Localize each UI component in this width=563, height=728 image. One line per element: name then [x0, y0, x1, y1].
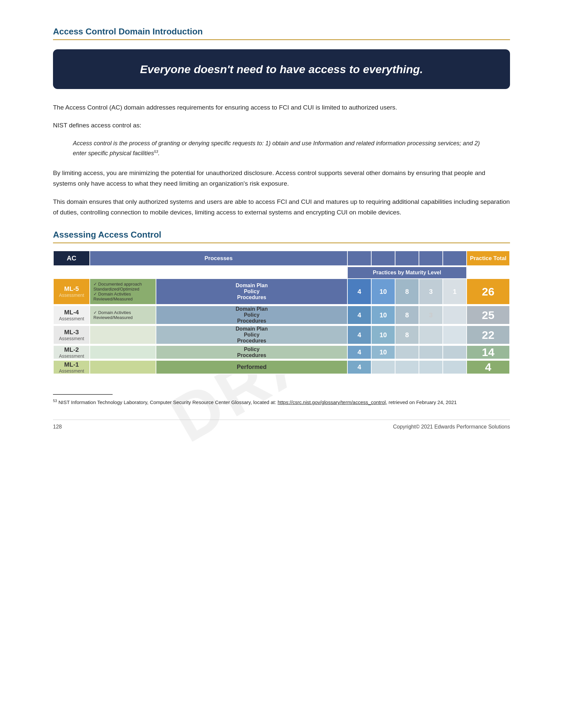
- ml4-label-cell: ML-4 Assessment: [53, 306, 90, 324]
- ml4-num4: 3: [419, 306, 443, 324]
- footnote-divider: [53, 394, 113, 395]
- ml3-sublabel: Assessment: [54, 336, 89, 341]
- ml1-num5: [443, 360, 467, 374]
- intro-para3: By limiting access, you are minimizing t…: [53, 168, 510, 189]
- ml5-check2: ✓ Domain Activities Reviewed/Measured: [93, 292, 152, 301]
- ml4-num5: [443, 306, 467, 324]
- th-num5: [443, 251, 467, 266]
- assessing-heading: Assessing Access Control: [53, 230, 510, 243]
- ml4-dppp: Domain PlanPolicyProcedures: [156, 306, 348, 324]
- block-quote: Access control is the process of grantin…: [73, 138, 490, 159]
- ml5-process: ✓ Documented approach Standardized/Optim…: [90, 279, 156, 304]
- ml3-process: [90, 326, 156, 344]
- footnote-num: 53: [53, 399, 57, 403]
- table-row-ml2: ML-2 Assessment PolicyProcedures 4 10 14: [53, 345, 510, 359]
- ml5-label-cell: ML-5 Assessment: [53, 279, 90, 304]
- ml3-num4: [419, 326, 443, 344]
- ml1-process-empty: [90, 360, 156, 374]
- ml5-num4: 3: [419, 279, 443, 304]
- ml3-label-cell: ML-3 Assessment: [53, 326, 90, 344]
- th-num3: [395, 251, 419, 266]
- practices-subheader-row: Practices by Maturity Level: [53, 267, 510, 279]
- ml3-num2: 10: [371, 326, 395, 344]
- footnote-link[interactable]: https://csrc.nist.gov/glossary/term/acce…: [277, 399, 386, 405]
- ml2-dppp: PolicyProcedures: [156, 345, 348, 359]
- ml2-process-empty: [90, 345, 156, 359]
- intro-para4: This domain ensures that only authorized…: [53, 197, 510, 218]
- table-row-ml1: ML-1 Assessment Performed 4 4: [53, 360, 510, 374]
- hero-text: Everyone doesn't need to have access to …: [73, 62, 490, 76]
- th-num4: [419, 251, 443, 266]
- table-row-ml5: ML-5 Assessment ✓ Documented approach St…: [53, 279, 510, 304]
- ml3-label: ML-3: [54, 329, 89, 336]
- ml2-num4: [419, 345, 443, 359]
- ml5-label: ML-5: [54, 285, 89, 293]
- ml1-num2: [371, 360, 395, 374]
- ml1-label-cell: ML-1 Assessment: [53, 360, 90, 374]
- ml4-sublabel: Assessment: [54, 316, 89, 321]
- ml2-num3: [395, 345, 419, 359]
- th-num2: [371, 251, 395, 266]
- th-num1: [348, 251, 371, 266]
- th-practices: Practices by Maturity Level: [348, 267, 467, 279]
- ml2-label-cell: ML-2 Assessment: [53, 345, 90, 359]
- th-processes: Processes: [90, 251, 348, 266]
- page-title: Access Control Domain Introduction: [53, 26, 510, 40]
- footnote-body: NIST Information Technology Laboratory, …: [58, 399, 457, 405]
- ml2-num5: [443, 345, 467, 359]
- ml3-num5: [443, 326, 467, 344]
- ml4-total: 25: [467, 306, 510, 324]
- th-total: Practice Total: [467, 251, 510, 266]
- ml1-num1: 4: [348, 360, 371, 374]
- footnote-text: 53 NIST Information Technology Laborator…: [53, 398, 510, 406]
- ml1-sublabel: Assessment: [54, 368, 89, 374]
- footnote-ref-53: 53: [154, 150, 158, 154]
- ml2-label: ML-2: [54, 346, 89, 353]
- ml1-num4: [419, 360, 443, 374]
- ml4-num2: 10: [371, 306, 395, 324]
- ac-table: AC Processes Practice Total Practices by…: [53, 250, 510, 374]
- ml3-num1: 4: [348, 326, 371, 344]
- ml4-num3: 8: [395, 306, 419, 324]
- page-number: 128: [53, 424, 62, 430]
- ml5-num1: 4: [348, 279, 371, 304]
- table-row-ml4: ML-4 Assessment ✓ Domain Activities Revi…: [53, 306, 510, 324]
- ml3-dppp: Domain PlanPolicyProcedures: [156, 326, 348, 344]
- ml3-num3: 8: [395, 326, 419, 344]
- ml1-performed: Performed: [156, 360, 348, 374]
- ml2-num2: 10: [371, 345, 395, 359]
- table-row-ml3: ML-3 Assessment Domain PlanPolicyProcedu…: [53, 326, 510, 344]
- ml1-total: 4: [467, 360, 510, 374]
- ml2-num1: 4: [348, 345, 371, 359]
- ml5-num3: 8: [395, 279, 419, 304]
- copyright: Copyright© 2021 Edwards Performance Solu…: [393, 424, 510, 430]
- ml5-check1: ✓ Documented approach Standardized/Optim…: [93, 282, 152, 292]
- intro-para1: The Access Control (AC) domain addresses…: [53, 102, 510, 113]
- ml4-check1: ✓ Domain Activities Reviewed/Measured: [93, 310, 152, 320]
- ml2-sublabel: Assessment: [54, 353, 89, 359]
- ml5-sublabel: Assessment: [54, 293, 89, 298]
- ml1-label: ML-1: [54, 361, 89, 368]
- hero-banner: Everyone doesn't need to have access to …: [53, 49, 510, 89]
- ml5-dppp: Domain PlanPolicyProcedures: [156, 279, 348, 304]
- ml4-process: ✓ Domain Activities Reviewed/Measured: [90, 306, 156, 324]
- ml4-label: ML-4: [54, 309, 89, 316]
- ml3-total: 22: [467, 326, 510, 344]
- th-ac: AC: [53, 251, 90, 266]
- ml5-total: 26: [467, 279, 510, 304]
- ml5-num5: 1: [443, 279, 467, 304]
- ml2-total: 14: [467, 345, 510, 359]
- ml5-num2: 10: [371, 279, 395, 304]
- page-footer: 128 Copyright© 2021 Edwards Performance …: [53, 420, 510, 430]
- ml1-num3: [395, 360, 419, 374]
- intro-para2: NIST defines access control as:: [53, 120, 510, 131]
- ml4-num1: 4: [348, 306, 371, 324]
